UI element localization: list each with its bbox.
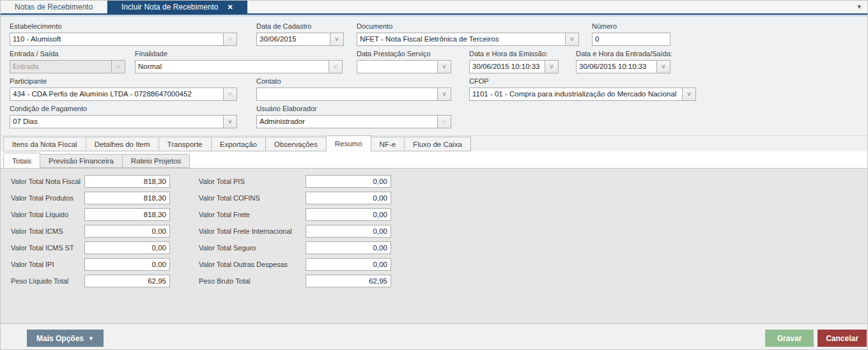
entrada-saida-label: Entrada / Saída: [10, 50, 58, 57]
total-label: Valor Total Produtos: [11, 194, 84, 202]
usuario-elaborador-value: Administrador: [257, 116, 437, 128]
data-emissao-value: 30/06/2015 10:10:33: [470, 61, 545, 73]
chevron-down-icon[interactable]: ˅: [330, 33, 343, 45]
detail-tab-strip: Itens da Nota Fiscal Detalhes do Item Tr…: [1, 135, 867, 151]
total-row: Valor Total Seguro 0,00: [199, 241, 391, 254]
total-label: Valor Total ICMS ST: [11, 244, 84, 252]
valor-total-produtos-input[interactable]: 818,30: [84, 192, 170, 204]
mais-opcoes-button[interactable]: Mais Opções ▼: [27, 330, 104, 347]
total-label: Valor Total Frete Internacional: [199, 227, 306, 235]
chevron-down-icon[interactable]: ˅: [437, 61, 451, 73]
condicao-pagamento-combo[interactable]: 07 Dias ˅: [10, 115, 237, 128]
tab-itens-da-nota-fiscal[interactable]: Itens da Nota Fiscal: [3, 137, 86, 151]
data-cadastro-picker[interactable]: 30/06/2015 ˅: [256, 33, 344, 46]
valor-total-ipi-input[interactable]: 0,00: [84, 258, 170, 271]
estabelecimento-combo[interactable]: 110 - Alumisoft ˅: [10, 33, 237, 46]
tab-notas-de-recebimento[interactable]: Notas de Recebimento: [1, 1, 107, 13]
gravar-button[interactable]: Gravar: [765, 330, 814, 347]
valor-total-outras-despesas-input[interactable]: 0,00: [306, 258, 391, 271]
tab-rateio-projetos[interactable]: Rateio Projetos: [122, 154, 190, 168]
data-emissao-picker[interactable]: 30/06/2015 10:10:33 ˅: [469, 60, 559, 73]
valor-total-nota-fiscal-input[interactable]: 818,30: [84, 175, 170, 188]
tab-previsao-financeira[interactable]: Previsão Financeira: [40, 154, 122, 168]
total-label: Valor Total Seguro: [199, 244, 306, 252]
total-row: Valor Total ICMS ST 0,00: [11, 241, 170, 254]
total-row: Peso Bruto Total 62,95: [199, 275, 391, 287]
chevron-down-icon[interactable]: ˅: [437, 88, 451, 100]
tab-fluxo-de-caixa[interactable]: Fluxo de Caixa: [404, 137, 471, 151]
chevron-down-icon[interactable]: ˅: [329, 61, 342, 73]
chevron-down-icon[interactable]: ˅: [656, 61, 670, 73]
incluir-nota-recebimento-window: Notas de Recebimento Incluir Nota de Rec…: [0, 0, 868, 350]
total-label: Valor Total Líquido: [11, 211, 84, 218]
tab-transporte[interactable]: Transporte: [159, 137, 211, 151]
numero-label: Número: [592, 22, 617, 30]
footer-bar: Mais Opções ▼ Gravar Cancelar: [1, 324, 867, 350]
total-label: Valor Total Frete: [199, 211, 306, 218]
totais-panel: Valor Total Nota Fiscal 818,30 Valor Tot…: [1, 168, 867, 324]
valor-total-frete-input[interactable]: 0,00: [306, 208, 391, 221]
total-label: Valor Total PIS: [199, 178, 306, 185]
documento-combo[interactable]: NFET - Nota Fiscal Eletrônica de Terceir…: [357, 33, 579, 46]
peso-bruto-total-input[interactable]: 62,95: [306, 275, 391, 287]
participante-label: Participante: [10, 77, 47, 85]
participante-value: 434 - CDA Perfis de Alumínio LTDA - 0728…: [10, 88, 223, 100]
totais-left-column: Valor Total Nota Fiscal 818,30 Valor Tot…: [11, 175, 170, 291]
chevron-down-icon[interactable]: ˅: [545, 61, 558, 73]
total-row: Valor Total IPI 0,00: [11, 258, 170, 271]
valor-total-seguro-input[interactable]: 0,00: [306, 241, 391, 254]
documento-label: Documento: [357, 22, 392, 30]
peso-liquido-total-input[interactable]: 62,95: [84, 275, 170, 287]
valor-total-pis-input[interactable]: 0,00: [306, 175, 391, 188]
data-emissao-label: Data e Hora da Emissão:: [469, 50, 548, 57]
total-row: Valor Total Nota Fiscal 818,30: [11, 175, 170, 188]
close-tab-icon[interactable]: ✕: [228, 3, 233, 11]
total-row: Valor Total Outras Despesas 0,00: [199, 258, 391, 271]
numero-input[interactable]: 0: [592, 33, 670, 46]
tab-label: Notas de Recebimento: [15, 3, 93, 11]
total-row: Valor Total Produtos 818,30: [11, 192, 170, 204]
cancelar-button[interactable]: Cancelar: [818, 330, 867, 347]
tab-totais[interactable]: Totais: [3, 153, 40, 168]
valor-total-frete-internacional-input[interactable]: 0,00: [306, 225, 391, 238]
chevron-down-icon[interactable]: ˅: [682, 88, 695, 100]
chevron-down-icon[interactable]: ˅: [565, 33, 578, 45]
tab-nfe[interactable]: NF-e: [371, 137, 405, 151]
finalidade-combo[interactable]: Normal ˅: [135, 60, 343, 73]
sub-tab-strip: Totais Previsão Financeira Rateio Projet…: [1, 153, 867, 168]
tab-incluir-nota-de-recebimento[interactable]: Incluir Nota de Recebimento ✕: [107, 1, 247, 13]
tab-detalhes-do-item[interactable]: Detalhes do Item: [86, 137, 159, 151]
chevron-down-icon[interactable]: ˅: [223, 33, 236, 45]
valor-total-icms-input[interactable]: 0,00: [84, 225, 170, 238]
mais-opcoes-label: Mais Opções: [36, 334, 84, 343]
chevron-down-icon: ˅: [111, 61, 125, 73]
chevron-down-icon[interactable]: ˅: [223, 116, 236, 128]
tab-overflow-icon[interactable]: ▾: [857, 3, 861, 11]
estabelecimento-value: 110 - Alumisoft: [10, 33, 223, 45]
data-entrada-saida-value: 30/06/2015 10:10:33: [577, 61, 656, 73]
total-label: Valor Total IPI: [11, 261, 84, 268]
cfop-combo[interactable]: 1101 - 01 - Compra para industrialização…: [469, 88, 696, 101]
contato-combo[interactable]: ˅: [256, 88, 451, 101]
valor-total-cofins-input[interactable]: 0,00: [306, 192, 391, 204]
chevron-down-icon[interactable]: ˅: [437, 116, 451, 128]
finalidade-label: Finalidade: [135, 50, 167, 57]
cfop-label: CFOP: [469, 77, 489, 85]
window-tab-bar: Notas de Recebimento Incluir Nota de Rec…: [1, 1, 867, 15]
valor-total-icms-st-input[interactable]: 0,00: [84, 241, 170, 254]
total-row: Valor Total Frete 0,00: [199, 208, 391, 221]
data-entrada-saida-picker[interactable]: 30/06/2015 10:10:33 ˅: [576, 60, 670, 73]
valor-total-liquido-input[interactable]: 818,30: [84, 208, 170, 221]
contato-label: Contato: [256, 77, 281, 85]
data-prestacao-picker[interactable]: ˅: [357, 60, 451, 73]
tab-observacoes[interactable]: Observações: [265, 137, 326, 151]
participante-combo[interactable]: 434 - CDA Perfis de Alumínio LTDA - 0728…: [10, 88, 237, 101]
usuario-elaborador-combo[interactable]: Administrador ˅: [256, 115, 451, 128]
condicao-pagamento-value: 07 Dias: [10, 116, 223, 128]
tab-resumo[interactable]: Resumo: [326, 135, 371, 151]
total-row: Valor Total ICMS 0,00: [11, 225, 170, 238]
tab-exportacao[interactable]: Exportação: [211, 137, 265, 151]
total-label: Peso Líquido Total: [11, 277, 84, 285]
data-prestacao-label: Data Prestação Serviço: [357, 50, 431, 57]
chevron-down-icon[interactable]: ˅: [223, 88, 236, 100]
